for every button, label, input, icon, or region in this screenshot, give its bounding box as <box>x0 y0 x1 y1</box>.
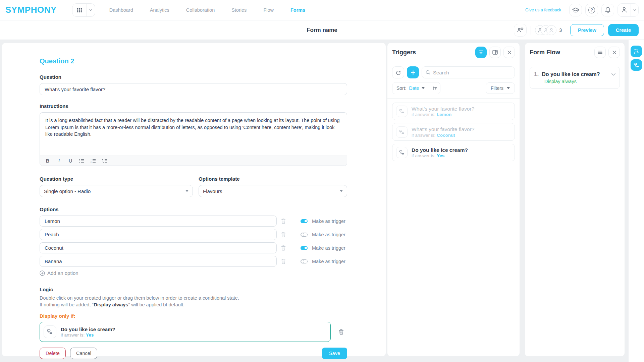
trigger-icon <box>396 147 408 158</box>
create-button[interactable]: Create <box>608 24 639 36</box>
nav-item-analytics[interactable]: Analytics <box>150 7 169 13</box>
form-flow-title: Form Flow <box>530 49 592 56</box>
option-row: Make as trigger <box>40 229 347 240</box>
add-option-button[interactable]: Add an option <box>40 270 78 276</box>
share-users-button[interactable] <box>514 24 527 37</box>
help-button[interactable]: ? <box>585 4 598 16</box>
trigger-icon <box>396 126 408 138</box>
logic-line2-prefix: If nothing will be added, “ <box>40 302 94 307</box>
nav-item-stories[interactable]: Stories <box>231 7 247 13</box>
nav-item-collaboration[interactable]: Collaboration <box>186 7 215 13</box>
triggers-toggle-button[interactable] <box>631 59 642 71</box>
delete-option-button[interactable] <box>281 219 286 224</box>
caret-down-icon <box>185 190 189 192</box>
feedback-link[interactable]: Give us a feedback <box>525 8 561 12</box>
trigger-list-item[interactable]: What's your favorite flavor? if answer i… <box>392 103 515 120</box>
delete-question-button[interactable]: Delete <box>40 348 66 359</box>
nav-item-forms[interactable]: Forms <box>290 7 305 13</box>
option-input[interactable] <box>40 242 277 253</box>
logic-line1: Double click on your created trigger or … <box>40 295 239 301</box>
chevron-down-icon[interactable] <box>611 73 615 76</box>
delete-option-button[interactable] <box>281 259 286 264</box>
question-type-select[interactable]: Single option - Radio <box>40 185 193 197</box>
learning-button[interactable] <box>569 4 582 16</box>
close-icon <box>612 51 616 54</box>
make-trigger-label: Make as trigger <box>312 232 345 237</box>
trigger-answer: Lemon <box>437 112 451 117</box>
plus-circle-icon <box>40 270 45 276</box>
trigger-list-item[interactable]: Do you like ice cream? if answer is: Yes <box>392 144 515 161</box>
options-template-label: Options template <box>199 176 347 182</box>
question-label: Question <box>40 74 347 80</box>
account-button-group <box>618 3 639 17</box>
nested-list-button[interactable] <box>100 157 109 165</box>
option-input[interactable] <box>40 216 277 227</box>
divider <box>566 26 566 35</box>
account-caret-button[interactable] <box>631 4 638 16</box>
search-input[interactable] <box>433 70 511 75</box>
account-button[interactable] <box>618 4 631 16</box>
filter-view-button[interactable] <box>475 47 487 58</box>
logic-line2-suffix: ” will be applied bt default. <box>128 302 184 307</box>
notifications-button[interactable] <box>601 4 614 16</box>
header-actions: Give us a feedback ? <box>525 3 639 17</box>
delete-option-button[interactable] <box>281 245 286 251</box>
flow-menu-button[interactable] <box>594 47 606 58</box>
logic-line2-bold: Display always <box>94 302 128 307</box>
options-label: Options <box>40 206 347 212</box>
bold-button[interactable]: B <box>43 157 52 165</box>
form-flow-item[interactable]: 1. Do you like ice cream? Display always <box>530 67 620 89</box>
filters-button[interactable]: Filters <box>486 82 515 94</box>
question-input[interactable] <box>40 83 347 95</box>
trigger-question: Do you like ice cream? <box>412 147 468 153</box>
columns-icon <box>492 50 498 55</box>
graduation-cap-icon <box>572 7 579 13</box>
top-header: SYMPHONY Dashboard Analytics Collaborati… <box>0 0 644 20</box>
logic-condition-card[interactable]: Do you like ice cream? if answer is: Yes <box>40 322 331 342</box>
sort-button[interactable]: Sort: Date <box>392 82 429 94</box>
flow-item-index: 1. <box>534 71 539 78</box>
underline-button[interactable]: U <box>66 157 75 165</box>
option-input[interactable] <box>40 256 277 267</box>
refresh-button[interactable] <box>392 66 404 78</box>
nav-item-flow[interactable]: Flow <box>263 7 274 13</box>
flow-item-status: Display always <box>544 79 615 84</box>
share-users-icon <box>517 27 524 33</box>
add-trigger-button[interactable] <box>407 66 419 78</box>
options-template-select[interactable]: Flavours <box>199 185 347 197</box>
nav-item-dashboard[interactable]: Dashboard <box>109 7 133 13</box>
trigger-answer: Yes <box>437 153 444 158</box>
close-triggers-button[interactable] <box>503 47 515 58</box>
instructions-editor[interactable]: It is a long established fact that a rea… <box>40 112 347 166</box>
sort-direction-button[interactable] <box>429 82 440 94</box>
filter-icon <box>479 50 483 54</box>
trigger-prefix: if answer is: <box>412 133 435 138</box>
trigger-list-item[interactable]: What's your favorite flavor? if answer i… <box>392 123 515 140</box>
form-toolbar: Form name 3 <box>0 20 644 40</box>
question-mark-icon: ? <box>588 7 595 13</box>
italic-button[interactable]: I <box>55 157 63 165</box>
save-button[interactable]: Save <box>322 348 347 359</box>
numbered-list-button[interactable]: 1 2 <box>89 157 98 165</box>
collaborator-avatars[interactable]: 3 <box>535 25 562 35</box>
cancel-button[interactable]: Cancel <box>70 348 97 359</box>
make-trigger-toggle[interactable] <box>301 233 308 237</box>
delete-condition-button[interactable] <box>339 329 344 335</box>
make-trigger-toggle[interactable] <box>301 219 308 223</box>
close-form-flow-button[interactable] <box>608 47 620 58</box>
trigger-prefix: if answer is: <box>412 153 435 158</box>
delete-option-button[interactable] <box>281 232 286 237</box>
trigger-icon <box>44 325 56 338</box>
form-flow-toggle-button[interactable] <box>631 46 642 57</box>
chevron-down-icon[interactable] <box>87 9 95 11</box>
instructions-text[interactable]: It is a long established fact that a rea… <box>40 113 347 156</box>
preview-button[interactable]: Preview <box>570 24 604 36</box>
make-trigger-toggle[interactable] <box>301 246 308 250</box>
make-trigger-toggle[interactable] <box>301 259 308 263</box>
layout-view-button[interactable] <box>489 47 501 58</box>
app-launcher-button[interactable] <box>72 3 95 17</box>
trigger-answer-line: if answer is: Lemon <box>412 112 474 117</box>
bullet-list-button[interactable] <box>77 157 86 165</box>
avatar <box>546 25 556 35</box>
option-input[interactable] <box>40 229 277 240</box>
